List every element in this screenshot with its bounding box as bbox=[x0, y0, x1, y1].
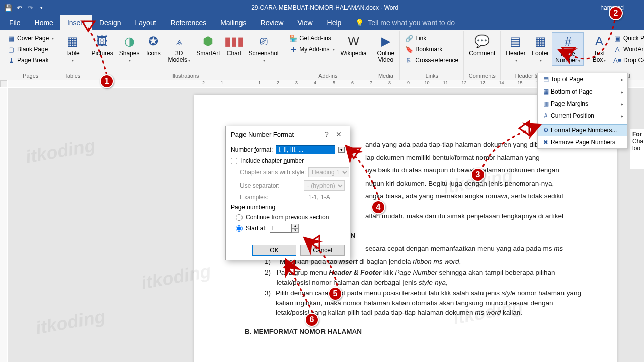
wordart-icon: A bbox=[613, 45, 621, 53]
shapes-button[interactable]: ◑Shapes▾ bbox=[116, 32, 143, 65]
page-number-button[interactable]: #Page Number▾ bbox=[552, 32, 584, 66]
annotation-2: 2 bbox=[609, 6, 623, 20]
group-addins-label: Add-ins bbox=[286, 72, 369, 80]
start-at-radio[interactable] bbox=[236, 225, 243, 232]
chapter-style-select: Heading 1 bbox=[308, 167, 349, 177]
table-button[interactable]: ▦Table▾ bbox=[61, 32, 84, 65]
page-number-format-dialog: Page Number Format ? ✕ Number format: I,… bbox=[225, 126, 350, 260]
wordart-button[interactable]: AWordArt▾ bbox=[611, 44, 644, 54]
ok-button[interactable]: OK bbox=[252, 245, 296, 256]
menu-format-page-numbers[interactable]: ⚙Format Page Numbers... bbox=[538, 124, 627, 136]
drop-cap-icon: A≡ bbox=[613, 56, 621, 64]
blank-page-icon: ▢ bbox=[7, 45, 15, 53]
page-break-button[interactable]: ⤓Page Break bbox=[5, 55, 56, 65]
icons-button[interactable]: ✪Icons bbox=[142, 32, 165, 58]
screenshot-icon: ⎚ bbox=[256, 33, 272, 49]
my-addins-button[interactable]: ✚My Add-ins▾ bbox=[287, 44, 336, 54]
spin-up-button[interactable]: ▲ bbox=[292, 224, 299, 228]
drop-cap-button[interactable]: A≡Drop Cap▾ bbox=[611, 55, 644, 65]
icons-label: Icons bbox=[146, 50, 161, 57]
pictures-button[interactable]: 🖼Pictures▾ bbox=[88, 32, 116, 65]
redo-icon[interactable]: ↷ bbox=[26, 4, 34, 12]
menu-bottom-of-page[interactable]: ▦Bottom of Page▸ bbox=[538, 85, 627, 98]
tab-review[interactable]: Review bbox=[254, 15, 291, 30]
quick-parts-label: Quick Parts bbox=[623, 35, 644, 42]
footer-icon: ▦ bbox=[532, 33, 548, 49]
annotation-5: 5 bbox=[328, 287, 342, 301]
tab-home[interactable]: Home bbox=[28, 15, 60, 30]
link-button[interactable]: 🔗Link bbox=[403, 33, 460, 43]
format-icon: ⚙ bbox=[541, 126, 551, 134]
tab-view[interactable]: View bbox=[290, 15, 319, 30]
tab-insert[interactable]: Insert bbox=[60, 15, 92, 30]
menu-remove-page-numbers[interactable]: ✖Remove Page Numbers bbox=[538, 136, 627, 148]
header-button[interactable]: ▤Header▾ bbox=[503, 32, 528, 65]
tell-me[interactable]: 💡 Tell me what you want to do bbox=[348, 15, 462, 30]
quick-parts-button[interactable]: ▣Quick Parts▾ bbox=[611, 33, 644, 43]
remove-icon: ✖ bbox=[541, 138, 551, 146]
smartart-button[interactable]: ⬢SmartArt bbox=[193, 32, 223, 58]
dropdown-arrow-icon[interactable]: ▾ bbox=[338, 147, 345, 153]
smartart-icon: ⬢ bbox=[200, 33, 216, 49]
tell-me-label: Tell me what you want to do bbox=[368, 19, 455, 27]
wikipedia-label: Wikipedia bbox=[341, 50, 367, 57]
group-illustrations-label: Illustrations bbox=[88, 72, 282, 80]
get-addins-button[interactable]: 🏪Get Add-ins bbox=[287, 33, 336, 43]
dialog-close-button[interactable]: ✕ bbox=[333, 130, 345, 138]
pictures-label: Pictures bbox=[91, 50, 113, 57]
tab-design[interactable]: Design bbox=[92, 15, 128, 30]
xref-icon: ⎘ bbox=[405, 56, 413, 64]
cancel-button[interactable]: Cancel bbox=[300, 245, 345, 256]
side-panel-cut: For Cha loo bbox=[630, 129, 644, 169]
menu-page-margins[interactable]: ▥Page Margins▸ bbox=[538, 98, 627, 110]
3d-models-label: 3D Models bbox=[168, 50, 187, 63]
dialog-help-button[interactable]: ? bbox=[320, 130, 333, 138]
wikipedia-button[interactable]: WWikipedia bbox=[338, 32, 370, 58]
cover-page-button[interactable]: ▦Cover Page▾ bbox=[5, 33, 56, 43]
wikipedia-icon: W bbox=[346, 33, 362, 49]
pictures-icon: 🖼 bbox=[94, 33, 110, 49]
tab-file[interactable]: File bbox=[2, 15, 28, 30]
page-break-label: Page Break bbox=[17, 57, 49, 64]
number-format-label: Number format: bbox=[231, 146, 273, 153]
chart-button[interactable]: ▮▮▮Chart bbox=[223, 32, 245, 58]
bookmark-icon: 🔖 bbox=[405, 45, 413, 53]
spin-down-button[interactable]: ▼ bbox=[292, 228, 299, 233]
cross-reference-button[interactable]: ⎘Cross-reference bbox=[403, 55, 460, 65]
heading-b: B. MEMFORMAT NOMOR HALAMAN bbox=[245, 327, 587, 337]
tab-layout[interactable]: Layout bbox=[128, 15, 164, 30]
tab-references[interactable]: References bbox=[164, 15, 214, 30]
current-position-icon: # bbox=[541, 112, 551, 120]
page-top-icon: ▤ bbox=[541, 75, 551, 83]
online-video-button[interactable]: ▶Online Video bbox=[374, 32, 398, 64]
ruler-corner: ⌐ bbox=[0, 80, 7, 87]
3d-models-button[interactable]: ⟁3D Models▾ bbox=[165, 32, 193, 65]
save-icon[interactable]: 💾 bbox=[4, 4, 12, 12]
page-numbering-group-label: Page numbering bbox=[231, 204, 345, 211]
tab-mailings[interactable]: Mailings bbox=[213, 15, 253, 30]
menu-top-of-page[interactable]: ▤Top of Page▸ bbox=[538, 73, 627, 85]
cover-page-icon: ▦ bbox=[7, 34, 15, 42]
text-box-button[interactable]: AText Box▾ bbox=[588, 32, 610, 65]
header-label: Header bbox=[506, 50, 525, 57]
menu-current-position[interactable]: #Current Position▸ bbox=[538, 110, 627, 122]
include-chapter-checkbox[interactable] bbox=[231, 158, 237, 164]
number-format-select[interactable]: I, II, III, ... bbox=[276, 145, 335, 154]
side-panel-line2: loo bbox=[632, 145, 640, 152]
screenshot-button[interactable]: ⎚Screenshot▾ bbox=[245, 32, 282, 65]
my-addins-label: My Add-ins bbox=[299, 46, 329, 53]
comment-icon: 💬 bbox=[474, 33, 490, 49]
comment-button[interactable]: 💬Comment bbox=[466, 32, 498, 58]
annotation-1: 1 bbox=[100, 74, 114, 88]
continue-radio[interactable] bbox=[236, 214, 243, 221]
vertical-ruler[interactable] bbox=[0, 88, 7, 362]
start-at-input[interactable] bbox=[270, 224, 292, 233]
page-number-icon: # bbox=[560, 34, 576, 50]
footer-button[interactable]: ▦Footer▾ bbox=[529, 32, 552, 65]
examples-value: 1-1, 1-A bbox=[308, 194, 330, 201]
blank-page-button[interactable]: ▢Blank Page bbox=[5, 44, 56, 54]
customize-qat-icon[interactable]: ▾ bbox=[37, 4, 45, 12]
tab-help[interactable]: Help bbox=[320, 15, 349, 30]
bookmark-button[interactable]: 🔖Bookmark bbox=[403, 44, 460, 54]
undo-icon[interactable]: ↶ bbox=[15, 4, 23, 12]
